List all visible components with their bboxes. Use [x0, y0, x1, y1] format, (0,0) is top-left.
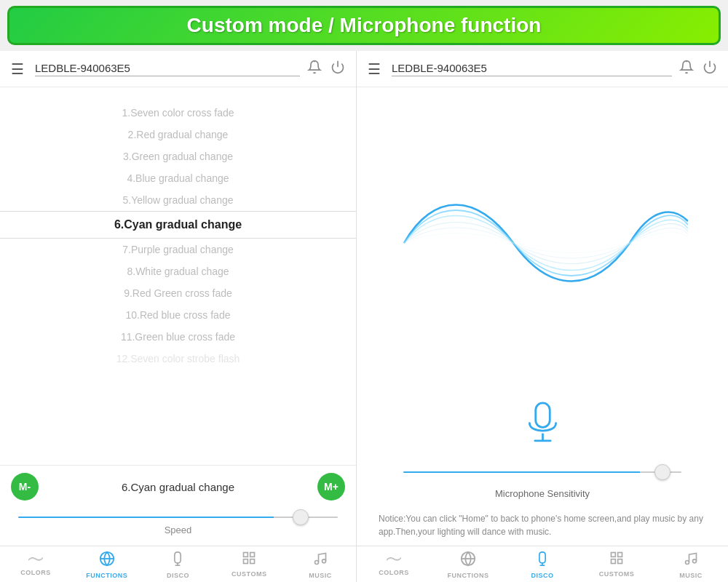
svg-rect-9 — [250, 559, 255, 564]
right-top-bar: ☰ LEDBLE-940063E5 — [357, 51, 728, 87]
left-panel: ☰ LEDBLE-940063E5 — [0, 51, 357, 582]
svg-rect-8 — [244, 559, 248, 564]
mic-slider-thumb[interactable] — [654, 464, 670, 480]
functions-icon — [99, 551, 115, 570]
mic-section: Microphone Sensitivity — [357, 398, 728, 506]
left-nav-colors-label: COLORS — [20, 569, 51, 576]
right-nav-music[interactable]: MUSIC — [654, 551, 728, 579]
bottom-controls: M- 6.Cyan gradual change M+ Speed — [0, 465, 356, 546]
header-banner: Custom mode / Microphone function — [7, 6, 721, 45]
right-music-icon — [684, 551, 698, 570]
mode-item-3[interactable]: 3.Green gradual change — [0, 146, 356, 167]
left-nav-colors[interactable]: COLORS — [0, 551, 71, 579]
mic-slider-track — [403, 471, 682, 473]
header-title: Custom mode / Microphone function — [187, 14, 542, 36]
left-alarm-icon[interactable] — [307, 60, 322, 78]
mode-item-6[interactable]: 6.Cyan gradual change — [0, 211, 356, 239]
left-nav-customs-label: CUSTOMS — [232, 570, 266, 578]
mode-item-8[interactable]: 8.White gradual chage — [0, 260, 356, 282]
right-nav-customs[interactable]: CUSTOMS — [579, 551, 654, 579]
disco-icon-left — [170, 551, 185, 570]
waveform-area — [357, 87, 728, 398]
svg-rect-21 — [612, 553, 616, 557]
mic-sensitivity-slider[interactable] — [403, 465, 682, 479]
svg-rect-22 — [618, 553, 622, 557]
mode-selector-row: M- 6.Cyan gradual change M+ — [11, 473, 345, 501]
left-menu-icon[interactable]: ☰ — [11, 60, 24, 78]
mode-item-12[interactable]: 12.Seven color strobe flash — [0, 348, 356, 370]
mic-sensitivity-label: Microphone Sensitivity — [495, 488, 590, 499]
svg-point-25 — [686, 561, 689, 565]
left-nav-disco[interactable]: DISCO — [143, 551, 214, 579]
customs-icon — [242, 551, 256, 569]
right-power-icon[interactable] — [703, 60, 717, 78]
right-functions-icon — [460, 551, 476, 570]
right-nav-functions-label: FUNCTIONS — [448, 572, 489, 579]
right-nav-functions[interactable]: FUNCTIONS — [431, 551, 505, 579]
svg-rect-14 — [535, 403, 550, 427]
right-menu-icon[interactable]: ☰ — [368, 60, 381, 78]
mode-item-10[interactable]: 10.Red blue cross fade — [0, 304, 356, 326]
right-nav-colors-label: COLORS — [379, 569, 409, 576]
main-container: ☰ LEDBLE-940063E5 — [0, 51, 728, 582]
svg-rect-6 — [244, 553, 248, 557]
right-device-name: LEDBLE-940063E5 — [392, 62, 672, 76]
svg-point-26 — [693, 559, 697, 563]
mode-item-11[interactable]: 11.Green blue cross fade — [0, 326, 356, 348]
right-disco-icon — [535, 551, 550, 570]
right-bottom-nav: COLORS FUNCTIONS — [357, 546, 728, 582]
notice-text: Notice:You can click "Home" to back to p… — [357, 506, 728, 546]
right-nav-music-label: MUSIC — [679, 572, 703, 579]
microphone-icon — [523, 402, 563, 449]
mode-item-4[interactable]: 4.Blue gradual change — [0, 167, 356, 189]
speed-section: Speed — [11, 506, 345, 542]
music-icon-left — [313, 551, 328, 570]
right-colors-icon — [386, 551, 402, 567]
svg-point-10 — [315, 561, 319, 565]
right-customs-icon — [609, 551, 624, 569]
left-nav-functions-label: FUNCTIONS — [86, 572, 127, 579]
left-power-icon[interactable] — [331, 60, 345, 78]
svg-rect-7 — [250, 553, 255, 557]
m-minus-button[interactable]: M- — [11, 473, 39, 501]
mode-item-9[interactable]: 9.Red Green cross fade — [0, 282, 356, 304]
left-bottom-nav: COLORS FUNCTIONS — [0, 546, 356, 582]
right-top-icons — [679, 60, 717, 78]
speed-label: Speed — [11, 525, 345, 535]
speed-slider-container[interactable] — [18, 510, 338, 525]
left-nav-music-label: MUSIC — [309, 572, 332, 579]
right-nav-disco-label: DISCO — [531, 572, 553, 579]
left-device-name: LEDBLE-940063E5 — [35, 62, 300, 76]
m-plus-button[interactable]: M+ — [317, 473, 345, 501]
mic-icon-wrapper — [523, 402, 563, 458]
svg-point-11 — [323, 559, 326, 563]
waveform-svg — [397, 178, 688, 308]
left-top-icons — [307, 60, 345, 78]
mode-item-1[interactable]: 1.Seven color cross fade — [0, 102, 356, 124]
speed-slider-thumb[interactable] — [293, 509, 309, 525]
svg-rect-23 — [612, 559, 616, 564]
right-alarm-icon[interactable] — [679, 60, 694, 78]
left-top-bar: ☰ LEDBLE-940063E5 — [0, 51, 356, 87]
mode-item-2[interactable]: 2.Red gradual change — [0, 124, 356, 146]
mode-list: 1.Seven color cross fade2.Red gradual ch… — [0, 87, 356, 465]
current-mode-label: 6.Cyan gradual change — [122, 481, 234, 493]
left-nav-customs[interactable]: CUSTOMS — [213, 551, 285, 579]
left-nav-music[interactable]: MUSIC — [285, 551, 356, 579]
left-nav-functions[interactable]: FUNCTIONS — [71, 551, 143, 579]
right-panel: ☰ LEDBLE-940063E5 — [357, 51, 728, 582]
speed-slider-track — [18, 517, 338, 518]
colors-icon — [28, 551, 44, 567]
right-nav-disco[interactable]: DISCO — [505, 551, 579, 579]
svg-rect-24 — [618, 559, 622, 564]
mode-item-5[interactable]: 5.Yellow gradual change — [0, 189, 356, 211]
right-nav-customs-label: CUSTOMS — [599, 570, 634, 578]
right-nav-colors[interactable]: COLORS — [357, 551, 431, 579]
left-nav-disco-label: DISCO — [167, 572, 189, 579]
mode-item-7[interactable]: 7.Purple gradual change — [0, 239, 356, 260]
